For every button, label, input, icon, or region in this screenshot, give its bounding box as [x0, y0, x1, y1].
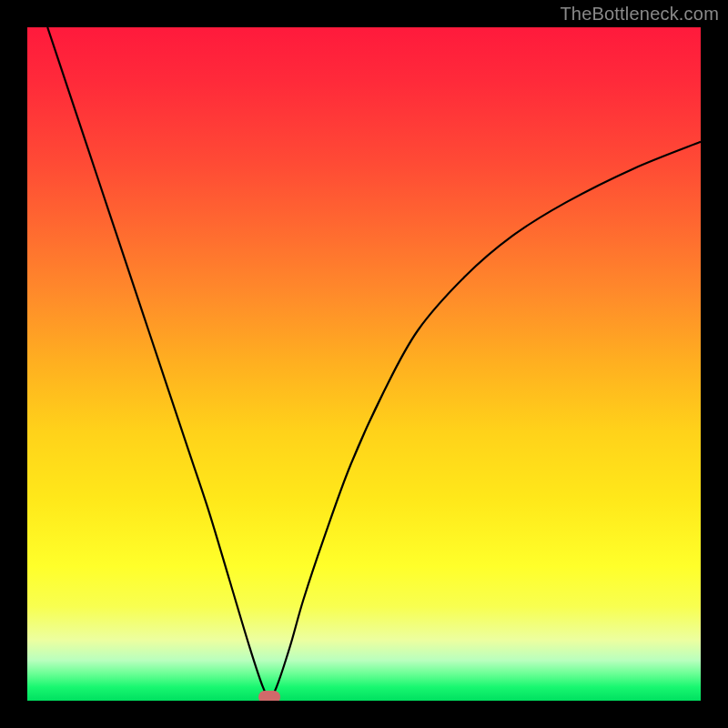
plot-background-gradient — [27, 27, 701, 701]
watermark-text: TheBottleneck.com — [560, 4, 719, 25]
plot-area — [27, 27, 701, 701]
